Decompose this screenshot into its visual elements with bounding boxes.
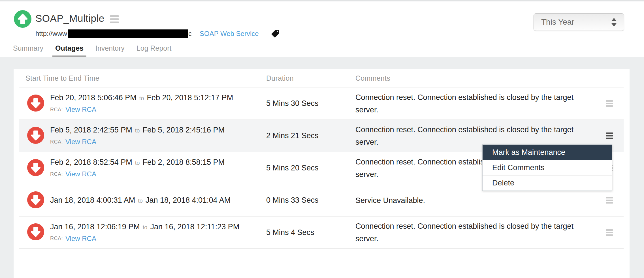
outage-period: Feb 20, 2018 5:06:46 PMtoFeb 20, 2018 5:… [50,93,233,102]
outage-down-icon [27,127,44,145]
outage-duration: 5 Mins 30 Secs [266,99,355,108]
outage-comment: Connection reset. Connection established… [355,220,604,245]
view-rca-link[interactable]: View RCA [65,170,96,178]
row-menu-icon[interactable] [604,228,615,238]
outage-down-icon [27,191,44,210]
dropdown-arrows-icon [611,18,617,27]
monitor-url-suffix: c [188,30,192,38]
to-label: to [139,95,144,101]
monitor-header: SOAP_Multiple http://www c SOAP Web Serv… [0,1,644,57]
outage-time-cell: Feb 5, 2018 2:42:55 PMtoFeb 5, 2018 2:45… [19,126,266,146]
end-time: Feb 2, 2018 8:58:15 PM [142,158,225,166]
redacted-url [68,29,188,38]
tab-log-report[interactable]: Log Report [137,44,172,57]
col-header-comments: Comments [355,74,604,82]
row-menu-icon[interactable] [604,99,615,108]
monitor-type-link[interactable]: SOAP Web Service [200,30,259,38]
to-label: to [138,198,143,204]
outage-time-cell: Jan 16, 2018 12:06:19 PMtoJan 16, 2018 1… [19,223,266,243]
outage-down-icon [27,223,44,242]
outage-down-icon [27,159,44,178]
start-time: Jan 16, 2018 12:06:19 PM [50,223,140,231]
view-rca-link[interactable]: View RCA [65,138,96,146]
end-time: Jan 18, 2018 4:01:04 AM [146,196,231,204]
to-label: to [143,224,148,230]
row-menu-icon[interactable] [604,131,615,141]
outage-period: Jan 16, 2018 12:06:19 PMtoJan 16, 2018 1… [50,223,239,231]
outage-time-cell: Jan 18, 2018 4:00:31 AMtoJan 18, 2018 4:… [19,191,266,210]
to-label: to [135,160,140,166]
outage-duration: 5 Mins 20 Secs [266,164,355,172]
table-row: Feb 20, 2018 5:06:46 PMtoFeb 20, 2018 5:… [19,87,624,120]
period-dropdown-value: This Year [541,18,574,27]
rca-label: RCA: [50,139,63,145]
outage-duration: 0 Mins 33 Secs [266,196,355,205]
monitor-url-prefix: http://www [35,30,67,38]
outage-period: Feb 5, 2018 2:42:55 PMtoFeb 5, 2018 2:45… [50,126,225,134]
start-time: Jan 18, 2018 4:00:31 AM [50,196,135,204]
outage-time-cell: Feb 2, 2018 8:52:54 PMtoFeb 2, 2018 8:58… [19,158,266,178]
status-up-icon [14,10,32,29]
start-time: Feb 2, 2018 8:52:54 PM [50,158,132,166]
outage-duration: 2 Mins 21 Secs [266,131,355,140]
rca-label: RCA: [50,171,63,177]
view-rca-link[interactable]: View RCA [65,106,96,114]
table-header: Start Time to End Time Duration Comments [19,69,624,87]
end-time: Feb 20, 2018 5:12:17 PM [147,93,233,102]
table-row: Jan 16, 2018 12:06:19 PMtoJan 16, 2018 1… [19,217,624,249]
view-rca-link[interactable]: View RCA [65,235,96,243]
row-menu-icon[interactable] [604,195,615,205]
outage-duration: 5 Mins 4 Secs [266,228,355,237]
tabs: SummaryOutagesInventoryLog Report [13,44,184,57]
outage-down-icon [27,94,44,113]
outage-period: Feb 2, 2018 8:52:54 PMtoFeb 2, 2018 8:58… [50,158,225,167]
monitor-actions-menu-icon[interactable] [110,14,119,23]
outage-period: Jan 18, 2018 4:00:31 AMtoJan 18, 2018 4:… [50,196,231,205]
row-context-menu: Mark as MaintenanceEdit CommentsDelete [482,144,612,191]
col-header-start-end: Start Time to End Time [19,74,266,82]
to-label: to [135,127,140,134]
rca-label: RCA: [50,107,63,113]
rca-label: RCA: [50,236,63,241]
start-time: Feb 20, 2018 5:06:46 PM [50,93,137,102]
end-time: Feb 5, 2018 2:45:16 PM [142,126,225,134]
start-time: Feb 5, 2018 2:42:55 PM [50,126,132,134]
outage-time-cell: Feb 20, 2018 5:06:46 PMtoFeb 20, 2018 5:… [19,93,266,114]
col-header-duration: Duration [266,74,355,82]
end-time: Jan 16, 2018 12:11:23 PM [150,223,239,231]
outage-comment: Connection reset. Connection established… [355,91,604,116]
context-menu-item[interactable]: Edit Comments [483,160,612,175]
context-menu-item[interactable]: Mark as Maintenance [483,145,612,160]
outage-comment: Service Unavailable. [355,194,604,207]
tab-outages[interactable]: Outages [55,44,84,57]
tab-inventory[interactable]: Inventory [95,44,125,57]
page-title: SOAP_Multiple [35,13,105,24]
period-dropdown[interactable]: This Year [534,13,624,31]
tab-summary[interactable]: Summary [13,44,43,57]
tag-icon[interactable] [271,29,280,38]
context-menu-item[interactable]: Delete [483,175,612,191]
